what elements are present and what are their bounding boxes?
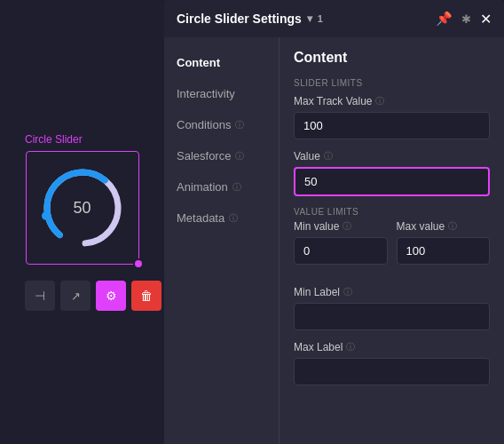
value-limits-label: VALUE LIMITS [294,207,490,217]
min-label-info-icon: ⓘ [343,286,352,298]
exit-icon: ⊣ [35,289,45,303]
sidebar-item-content[interactable]: Content [164,48,279,77]
sidebar-item-animation[interactable]: Animation ⓘ [164,172,279,202]
salesforce-info-icon: ⓘ [235,150,244,163]
section-heading: Content [294,50,490,66]
max-label-info-icon: ⓘ [346,341,355,353]
value-field: Value ⓘ [294,150,490,196]
sidebar-item-metadata[interactable]: Metadata ⓘ [164,203,279,233]
chevron-down-icon[interactable]: ▾ [307,12,312,25]
panel-title-text: Circle Slider Settings [177,12,302,26]
sidebar-item-salesforce[interactable]: Salesforce ⓘ [164,141,279,170]
settings-panel: Circle Slider Settings ▾ 1 📌 ✱ ✕ Content… [164,0,504,444]
nav-content-label: Content [177,56,220,69]
nav-metadata-label: Metadata [177,211,224,225]
pin-icon[interactable]: 📌 [436,11,453,27]
trash-icon: 🗑 [140,289,153,303]
gear-icon: ⚙ [106,289,117,303]
panel-title: Circle Slider Settings ▾ 1 [177,12,323,26]
nav-conditions-label: Conditions [177,118,231,131]
drag-handle[interactable] [133,258,144,269]
nav-interactivity-label: Interactivity [177,87,235,100]
nav-salesforce-label: Salesforce [177,149,231,163]
max-value-input[interactable] [397,237,491,265]
sidebar-item-conditions[interactable]: Conditions ⓘ [164,110,279,139]
min-value-field: Min value ⓘ [294,220,388,265]
conditions-info-icon: ⓘ [235,119,244,131]
value-input[interactable] [294,167,490,196]
value-label: Value ⓘ [294,150,490,163]
panel-body: Content Interactivity Conditions ⓘ Sales… [164,37,504,444]
sidebar-item-interactivity[interactable]: Interactivity [164,79,279,108]
max-value-label: Max value ⓘ [397,220,491,233]
widget-label: Circle Slider [25,133,83,146]
external-link-icon: ↗ [71,289,81,303]
slider-widget[interactable]: 50 [26,151,139,265]
max-track-label: Max Track Value ⓘ [294,95,490,107]
min-label-field: Min Label ⓘ [294,286,490,330]
delete-button[interactable]: 🗑 [131,281,161,311]
side-nav: Content Interactivity Conditions ⓘ Sales… [164,37,280,444]
svg-point-2 [42,211,51,220]
close-button[interactable]: ✕ [480,11,492,28]
settings-button[interactable]: ⚙ [96,281,126,311]
slider-limits-label: SLIDER LIMITS [294,78,490,88]
nav-animation-label: Animation [177,180,228,194]
metadata-info-icon: ⓘ [229,212,238,225]
min-value-label: Min value ⓘ [294,220,388,233]
panel-title-info: 1 [318,13,323,24]
exit-button[interactable]: ⊣ [25,281,55,311]
canvas-area: Circle Slider 50 ⊣ ↗ ⚙ 🗑 [0,0,164,444]
toolbar: ⊣ ↗ ⚙ 🗑 [25,281,161,311]
max-label-field: Max Label ⓘ [294,341,490,385]
min-label-label: Min Label ⓘ [294,286,490,298]
animation-info-icon: ⓘ [232,181,241,194]
min-max-row: Min value ⓘ Max value ⓘ [294,220,490,275]
panel-header: Circle Slider Settings ▾ 1 📌 ✱ ✕ [164,0,504,37]
min-value-info-icon: ⓘ [343,220,351,233]
max-label-label: Max Label ⓘ [294,341,490,353]
main-content: Content SLIDER LIMITS Max Track Value ⓘ … [280,37,504,444]
max-track-input[interactable] [294,112,490,139]
max-track-info-icon: ⓘ [375,95,384,107]
slider-value-display: 50 [73,199,91,218]
max-value-info-icon: ⓘ [448,220,457,233]
link-icon[interactable]: ✱ [461,12,471,26]
value-info-icon: ⓘ [324,150,333,163]
max-value-field: Max value ⓘ [397,220,491,265]
min-value-input[interactable] [294,237,388,265]
header-actions: 📌 ✱ ✕ [436,11,492,28]
max-label-input[interactable] [294,358,490,385]
min-label-input[interactable] [294,303,490,330]
external-link-button[interactable]: ↗ [60,281,91,311]
max-track-field: Max Track Value ⓘ [294,95,490,139]
